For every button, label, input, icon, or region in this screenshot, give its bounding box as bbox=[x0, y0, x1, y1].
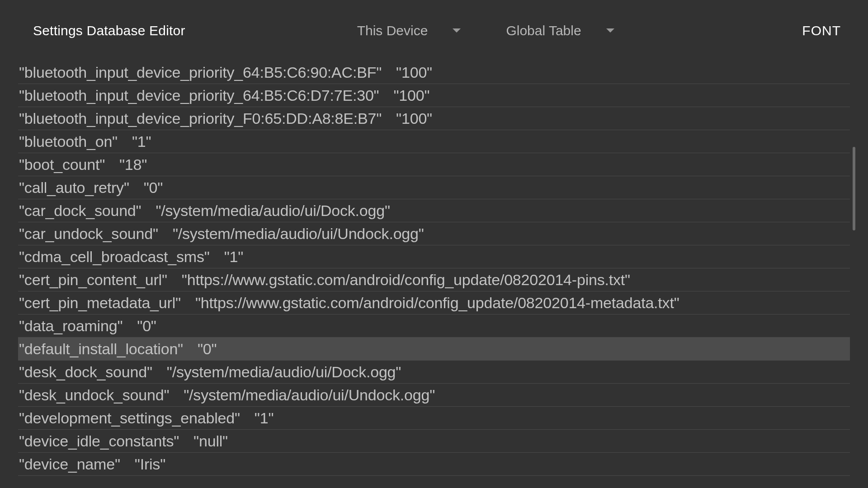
table-row[interactable]: "data_roaming""0" bbox=[18, 314, 850, 338]
row-value: "100" bbox=[396, 110, 432, 127]
app-header: Settings Database Editor This Device Glo… bbox=[0, 0, 868, 61]
font-button[interactable]: FONT bbox=[802, 23, 841, 38]
row-value: "/system/media/audio/ui/Undock.ogg" bbox=[184, 386, 435, 404]
table-row[interactable]: "development_settings_enabled""1" bbox=[18, 407, 850, 430]
settings-list: "bluetooth_input_device_priority_64:B5:C… bbox=[0, 61, 868, 476]
table-dropdown[interactable]: Global Table bbox=[506, 23, 614, 38]
row-key: "device_name" bbox=[19, 455, 120, 473]
table-row[interactable]: "device_idle_constants""null" bbox=[18, 430, 850, 453]
table-dropdown-label: Global Table bbox=[506, 23, 581, 38]
row-key: "bluetooth_on" bbox=[19, 133, 118, 150]
table-row[interactable]: "bluetooth_input_device_priority_64:B5:C… bbox=[18, 61, 850, 84]
row-key: "desk_undock_sound" bbox=[19, 386, 169, 404]
row-key: "bluetooth_input_device_priority_64:B5:C… bbox=[19, 87, 379, 104]
row-value: "https://www.gstatic.com/android/config_… bbox=[195, 294, 679, 312]
row-value: "0" bbox=[144, 179, 163, 197]
row-key: "bluetooth_input_device_priority_64:B5:C… bbox=[19, 64, 382, 81]
table-row[interactable]: "call_auto_retry""0" bbox=[18, 176, 850, 199]
row-key: "cert_pin_content_url" bbox=[19, 271, 167, 289]
row-value: "1" bbox=[224, 248, 243, 266]
table-row[interactable]: "car_undock_sound""/system/media/audio/u… bbox=[18, 222, 850, 245]
table-row[interactable]: "bluetooth_input_device_priority_64:B5:C… bbox=[18, 84, 850, 107]
table-row[interactable]: "desk_dock_sound""/system/media/audio/ui… bbox=[18, 361, 850, 384]
app-title: Settings Database Editor bbox=[33, 23, 185, 38]
row-value: "1" bbox=[255, 409, 274, 427]
row-value: "null" bbox=[193, 432, 228, 450]
row-value: "18" bbox=[119, 156, 147, 174]
row-key: "boot_count" bbox=[19, 156, 105, 174]
row-key: "cdma_cell_broadcast_sms" bbox=[19, 248, 210, 266]
row-value: "/system/media/audio/ui/Undock.ogg" bbox=[173, 225, 424, 243]
scrollbar-thumb[interactable] bbox=[853, 147, 855, 230]
header-dropdowns: This Device Global Table bbox=[357, 23, 614, 38]
row-key: "desk_dock_sound" bbox=[19, 363, 152, 381]
row-key: "call_auto_retry" bbox=[19, 179, 129, 197]
row-key: "development_settings_enabled" bbox=[19, 409, 240, 427]
row-key: "cert_pin_metadata_url" bbox=[19, 294, 181, 312]
row-value: "Iris" bbox=[135, 455, 165, 473]
row-value: "100" bbox=[393, 87, 429, 104]
table-row[interactable]: "bluetooth_on""1" bbox=[18, 130, 850, 153]
table-row[interactable]: "cert_pin_metadata_url""https://www.gsta… bbox=[18, 291, 850, 314]
table-row[interactable]: "default_install_location""0" bbox=[18, 338, 850, 361]
chevron-down-icon bbox=[606, 28, 614, 33]
row-value: "0" bbox=[198, 340, 217, 358]
table-row[interactable]: "device_name""Iris" bbox=[18, 453, 850, 476]
row-key: "car_undock_sound" bbox=[19, 225, 158, 243]
row-key: "data_roaming" bbox=[19, 317, 123, 335]
table-row[interactable]: "desk_undock_sound""/system/media/audio/… bbox=[18, 384, 850, 407]
row-key: "default_install_location" bbox=[19, 340, 183, 358]
row-value: "100" bbox=[396, 64, 432, 81]
table-row[interactable]: "car_dock_sound""/system/media/audio/ui/… bbox=[18, 199, 850, 222]
table-row[interactable]: "bluetooth_input_device_priority_F0:65:D… bbox=[18, 107, 850, 130]
row-key: "bluetooth_input_device_priority_F0:65:D… bbox=[19, 110, 382, 127]
device-dropdown[interactable]: This Device bbox=[357, 23, 461, 38]
table-row[interactable]: "cert_pin_content_url""https://www.gstat… bbox=[18, 268, 850, 291]
chevron-down-icon bbox=[453, 28, 461, 33]
row-value: "/system/media/audio/ui/Dock.ogg" bbox=[167, 363, 401, 381]
row-value: "https://www.gstatic.com/android/config_… bbox=[182, 271, 630, 289]
row-key: "car_dock_sound" bbox=[19, 202, 141, 220]
row-key: "device_idle_constants" bbox=[19, 432, 179, 450]
row-value: "/system/media/audio/ui/Dock.ogg" bbox=[156, 202, 390, 220]
table-row[interactable]: "cdma_cell_broadcast_sms""1" bbox=[18, 245, 850, 268]
row-value: "0" bbox=[137, 317, 156, 335]
device-dropdown-label: This Device bbox=[357, 23, 428, 38]
row-value: "1" bbox=[132, 133, 151, 150]
table-row[interactable]: "boot_count""18" bbox=[18, 153, 850, 176]
